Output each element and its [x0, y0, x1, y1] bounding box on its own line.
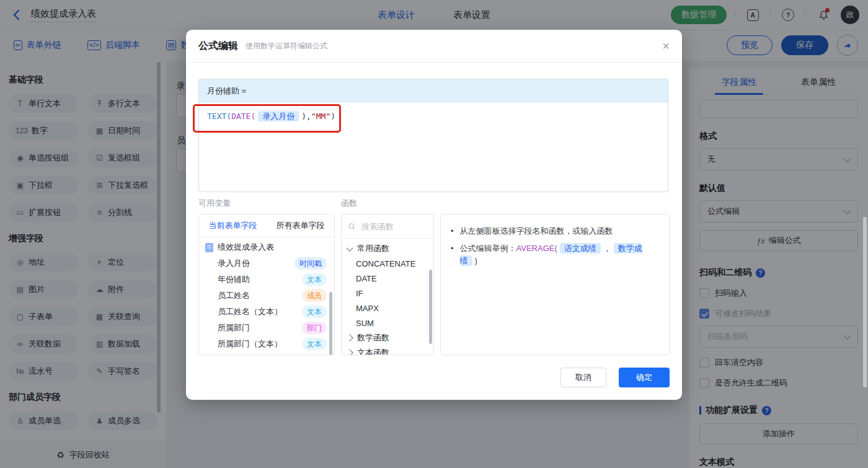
function-search-input[interactable] [360, 221, 425, 232]
variable-row-clipped [199, 352, 334, 355]
chevron-right-icon [346, 349, 353, 355]
functions-caption: 函数 [341, 198, 357, 209]
variable-type-badge: 文本 [302, 273, 327, 286]
function-item[interactable]: DATE [342, 271, 433, 286]
variables-scrollbar[interactable] [329, 292, 332, 355]
variable-name: 员工姓名（文本） [218, 306, 282, 317]
function-group-name: 数学函数 [357, 332, 389, 343]
close-icon[interactable]: × [662, 40, 670, 52]
form-doc-icon [205, 243, 213, 252]
function-search [342, 214, 433, 239]
formula-editor-modal: 公式编辑 使用数学运算符编辑公式 × 月份辅助 = TEXT(DATE(录入月份… [186, 30, 682, 400]
app-window: 绩效提成录入表 表单设计表单设置 数据管理 A ? 政 ∞表单外 [0, 0, 868, 468]
chevron-right-icon [346, 334, 353, 341]
modal-header: 公式编辑 使用数学运算符编辑公式 × [186, 30, 682, 63]
variable-row[interactable]: 员工姓名成员 [199, 288, 334, 304]
variable-form-row[interactable]: 绩效提成录入表 [199, 239, 334, 255]
variables-list: 绩效提成录入表录入月份时间戳年份辅助文本员工姓名成员员工姓名（文本）文本所属部门… [199, 237, 334, 355]
variables-tabs: 当前表单字段所有表单字段 [199, 214, 334, 237]
formula-target: 月份辅助 = [199, 79, 668, 103]
chevron-down-icon [346, 244, 353, 251]
variable-row[interactable]: 录入月份时间戳 [199, 255, 334, 272]
variable-type-badge [294, 355, 327, 356]
variable-row[interactable]: 年份辅助文本 [199, 272, 334, 288]
functions-panel: 常用函数CONCATENATEDATEIFMAPXSUM数学函数文本函数 [341, 214, 434, 355]
formula-token: , [306, 112, 311, 121]
panel-scrollbar[interactable] [863, 217, 867, 387]
formula-expression[interactable]: TEXT(DATE(录入月份),"MM") [199, 103, 668, 130]
formula-token: TEXT( [207, 112, 231, 121]
function-group[interactable]: 常用函数 [342, 241, 433, 256]
field-token[interactable]: 语文成绩 [560, 243, 601, 254]
help-tip-1: • 从左侧面板选择字段名和函数，或输入函数 [451, 225, 659, 237]
variable-form-name: 绩效提成录入表 [218, 242, 274, 253]
variable-name: 员工姓名 [218, 290, 250, 301]
formula-token: ) [475, 256, 477, 265]
modal-title: 公式编辑 [198, 40, 238, 53]
variable-row[interactable]: 员工姓名（文本）文本 [199, 304, 334, 320]
formula-token: ) [330, 112, 335, 121]
formula-token: "MM" [311, 112, 330, 121]
variable-type-badge: 成员 [302, 289, 327, 302]
function-group-name: 文本函数 [357, 347, 389, 355]
function-group[interactable]: 文本函数 [342, 345, 433, 355]
formula-token: ) [301, 112, 306, 121]
variable-row[interactable]: 所属部门部门 [199, 320, 334, 336]
formula-token: DATE( [231, 112, 255, 121]
variable-row[interactable]: 所属部门（文本）文本 [199, 336, 334, 352]
formula-token: 公式编辑举例： [460, 244, 516, 253]
variable-type-badge: 时间戳 [294, 257, 327, 270]
variable-name: 年份辅助 [218, 274, 250, 285]
variables-caption: 可用变量 [198, 198, 231, 209]
confirm-button[interactable]: 确定 [619, 368, 670, 387]
function-item[interactable]: CONCATENATE [342, 256, 433, 271]
function-group-name: 常用函数 [357, 243, 389, 254]
function-group[interactable]: 数学函数 [342, 330, 433, 345]
function-item[interactable]: MAPX [342, 301, 433, 316]
formula-help-panel: • 从左侧面板选择字段名和函数，或输入函数 • 公式编辑举例：AVERAGE(语… [440, 214, 670, 355]
modal-subtitle: 使用数学运算符编辑公式 [246, 41, 327, 51]
formula-token: AVERAGE( [516, 244, 557, 253]
variables-tab[interactable]: 当前表单字段 [199, 220, 267, 231]
field-token[interactable]: 录入月份 [258, 111, 299, 121]
variable-type-badge: 文本 [302, 338, 327, 350]
function-item[interactable]: SUM [342, 316, 433, 330]
variable-type-badge: 文本 [302, 306, 327, 318]
variable-type-badge: 部门 [302, 322, 327, 334]
variable-name: 所属部门 [218, 322, 250, 333]
variables-tab[interactable]: 所有表单字段 [267, 220, 334, 231]
variable-name: 所属部门（文本） [218, 338, 282, 350]
function-item[interactable]: IF [342, 286, 433, 301]
functions-scrollbar[interactable] [429, 270, 432, 344]
modal-footer: 取消 确定 [560, 368, 670, 387]
formula-editor-box[interactable]: 月份辅助 = TEXT(DATE(录入月份),"MM") [198, 79, 668, 192]
formula-token: ， [603, 244, 611, 253]
help-tip-2: • 公式编辑举例：AVERAGE(语文成绩，数学成绩) [451, 242, 659, 267]
variables-panel: 当前表单字段所有表单字段 绩效提成录入表录入月份时间戳年份辅助文本员工姓名成员员… [198, 214, 335, 355]
variable-name: 录入月份 [218, 258, 250, 269]
search-icon [348, 223, 356, 231]
functions-list: 常用函数CONCATENATEDATEIFMAPXSUM数学函数文本函数 [342, 239, 433, 355]
cancel-button[interactable]: 取消 [560, 368, 606, 387]
